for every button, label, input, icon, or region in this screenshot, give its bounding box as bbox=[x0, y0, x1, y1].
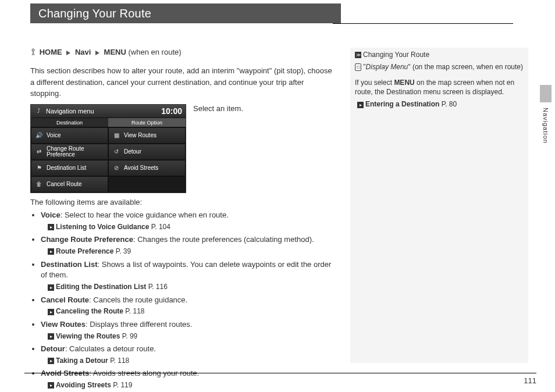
chapter-label: Navigation bbox=[542, 108, 549, 144]
list-item: Detour: Calculates a detour route. ▸Taki… bbox=[41, 344, 333, 366]
xref-page: P. 99 bbox=[122, 332, 137, 340]
xref-page: P. 119 bbox=[113, 381, 132, 389]
list-item: Avoid Streets: Avoids streets along your… bbox=[41, 368, 333, 390]
routes-icon: ▦ bbox=[112, 131, 120, 140]
avoid-icon: ⊘ bbox=[112, 164, 120, 172]
swap-icon: ⇄ bbox=[35, 148, 43, 156]
svg-point-0 bbox=[32, 49, 34, 51]
cell-detour: ↺ Detour bbox=[108, 144, 186, 160]
sidebar-voice-cmd: Display Menu bbox=[366, 63, 408, 71]
speaker-icon: 🔊 bbox=[35, 131, 43, 140]
xref: ▸Viewing the Routes P. 99 bbox=[48, 332, 333, 341]
xref-page: P. 118 bbox=[110, 357, 129, 365]
xref: ▸Avoiding Streets P. 119 bbox=[48, 380, 333, 390]
voice-command-icon: ⏍ bbox=[355, 63, 361, 71]
breadcrumb-suffix: (when en route) bbox=[129, 48, 182, 56]
cell-change-pref: ⇄ Change Route Preference bbox=[31, 144, 108, 160]
sidebar-heading: ≫Changing Your Route bbox=[355, 50, 524, 60]
cell-cancel: 🗑 Cancel Route bbox=[31, 176, 108, 193]
nav-shot-clock: 10:00 bbox=[161, 106, 182, 116]
xref-page: P. 116 bbox=[148, 283, 168, 291]
xref-icon: ▸ bbox=[48, 309, 54, 315]
breadcrumb: HOME Navi MENU (when en route) bbox=[30, 48, 333, 57]
intro-text: This section describes how to alter your… bbox=[30, 65, 333, 99]
list-item: Change Route Preference: Changes the rou… bbox=[41, 234, 333, 256]
breadcrumb-home: HOME bbox=[40, 48, 62, 56]
cell-view-routes-label: View Routes bbox=[124, 132, 156, 138]
item-desc: : Displays three different routes. bbox=[86, 320, 192, 329]
breadcrumb-navi: Navi bbox=[75, 48, 91, 56]
item-title: Destination List bbox=[41, 260, 98, 269]
step-instruction: Select an item. bbox=[193, 104, 243, 113]
chevron-right-icon bbox=[66, 51, 70, 55]
xref-icon: ▸ bbox=[48, 284, 54, 291]
header-rule bbox=[333, 23, 513, 24]
content-area: HOME Navi MENU (when en route) This sect… bbox=[30, 48, 555, 392]
item-title: Change Route Preference bbox=[41, 235, 133, 244]
item-title: Detour bbox=[41, 344, 65, 353]
xref-label: Canceling the Route bbox=[56, 307, 123, 315]
xref-icon: ▸ bbox=[48, 333, 54, 340]
xref-label: Taking a Detour bbox=[56, 357, 108, 365]
cell-avoid-label: Avoid Streets bbox=[124, 165, 158, 171]
list-item: Destination List: Shows a list of waypoi… bbox=[41, 259, 333, 293]
tab-destination: Destination bbox=[31, 118, 108, 127]
item-title: View Routes bbox=[41, 320, 86, 329]
xref: ▸Canceling the Route P. 118 bbox=[48, 307, 333, 316]
list-item: View Routes: Displays three different ro… bbox=[41, 319, 333, 341]
xref-label: Route Preference bbox=[56, 247, 113, 255]
xref-icon: ▸ bbox=[48, 382, 54, 389]
chapter-tab bbox=[540, 85, 552, 102]
cell-empty bbox=[108, 176, 186, 193]
item-list: Voice: Select to hear the voice guidance… bbox=[30, 210, 333, 390]
xref-page: P. 39 bbox=[116, 247, 131, 255]
xref: ▸Editing the Destination List P. 116 bbox=[48, 282, 333, 292]
following-label: The following items are available: bbox=[30, 197, 333, 208]
screenshot-row: ⤴ Navigation menu 10:00 Destination Rout… bbox=[30, 104, 333, 193]
xref-label: Editing the Destination List bbox=[56, 283, 146, 291]
back-icon: ⤴ bbox=[34, 107, 42, 115]
item-desc: : Cancels the route guidance. bbox=[89, 295, 187, 304]
xref-icon: ▸ bbox=[48, 358, 54, 364]
sidebar-note-bold: MENU bbox=[394, 79, 414, 87]
cell-view-routes: ▦ View Routes bbox=[108, 127, 186, 144]
sidebar-voice-line: ⏍ "Display Menu" (on the map screen, whe… bbox=[355, 62, 524, 72]
item-desc: : Select to hear the voice guidance when… bbox=[61, 211, 229, 219]
cell-avoid: ⊘ Avoid Streets bbox=[108, 160, 186, 176]
cell-dest-list: ⚑ Destination List bbox=[31, 160, 108, 176]
item-title: Cancel Route bbox=[41, 295, 89, 304]
xref-page: P. 118 bbox=[125, 307, 144, 315]
item-title: Voice bbox=[41, 211, 61, 219]
nav-screenshot: ⤴ Navigation menu 10:00 Destination Rout… bbox=[30, 104, 186, 193]
home-icon bbox=[30, 48, 36, 57]
sidebar: ≫Changing Your Route ⏍ "Display Menu" (o… bbox=[350, 48, 528, 363]
xref: ▸Taking a Detour P. 118 bbox=[48, 356, 333, 366]
xref: ▸Listening to Voice Guidance P. 104 bbox=[48, 222, 333, 232]
cell-change-pref-label: Change Route Preference bbox=[47, 146, 84, 158]
list-item: Cancel Route: Cancels the route guidance… bbox=[41, 295, 333, 317]
nav-shot-title: Navigation menu bbox=[42, 108, 161, 115]
tab-route-option: Route Option bbox=[108, 118, 186, 127]
xref-label: Viewing the Routes bbox=[56, 332, 120, 340]
xref-label: Avoiding Streets bbox=[56, 381, 111, 389]
page-title: Changing Your Route bbox=[38, 7, 151, 20]
xref-icon: ▸ bbox=[48, 248, 54, 255]
sidebar-heading-text: Changing Your Route bbox=[363, 51, 429, 59]
nav-tabs: Destination Route Option bbox=[31, 118, 186, 127]
nav-grid: 🔊 Voice ▦ View Routes ⇄ Change Route Pre… bbox=[31, 127, 186, 193]
flag-icon: ⚑ bbox=[35, 164, 43, 172]
cell-cancel-label: Cancel Route bbox=[47, 181, 82, 187]
pref-l2: Preference bbox=[47, 151, 75, 158]
main-column: HOME Navi MENU (when en route) This sect… bbox=[30, 48, 333, 392]
cell-dest-list-label: Destination List bbox=[47, 165, 86, 171]
cell-voice: 🔊 Voice bbox=[31, 127, 108, 144]
cell-detour-label: Detour bbox=[124, 148, 141, 155]
breadcrumb-menu: MENU bbox=[104, 48, 126, 56]
cell-voice-label: Voice bbox=[47, 132, 61, 138]
sidebar-note: If you select MENU on the map screen whe… bbox=[355, 78, 524, 98]
sidebar-xref-label: Entering a Destination bbox=[365, 100, 439, 108]
item-desc: : Changes the route preferences (calcula… bbox=[133, 235, 314, 244]
sidebar-xref: ▸Entering a Destination P. 80 bbox=[357, 99, 524, 109]
xref-page: P. 104 bbox=[151, 223, 170, 231]
page-number: 111 bbox=[524, 376, 536, 385]
